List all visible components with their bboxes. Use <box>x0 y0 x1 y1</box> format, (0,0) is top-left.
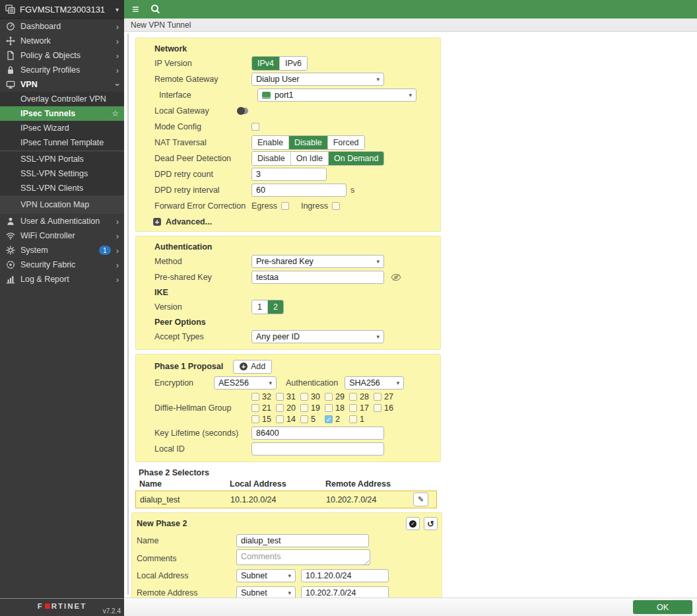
remote-address-type-select[interactable]: Subnet ▾ <box>236 586 296 598</box>
nat-traversal-segmented: EnableDisableForced <box>251 135 365 150</box>
search-icon[interactable] <box>151 5 160 14</box>
sidebar-item-label: SSL-VPN Portals <box>20 154 119 164</box>
sidebar-item-label: System <box>20 246 94 255</box>
sidebar-item-vpn-location-map[interactable]: VPN Location Map <box>0 197 124 212</box>
local-address-type-select[interactable]: Subnet ▾ <box>236 569 296 582</box>
encryption-value: AES256 <box>218 378 249 388</box>
sidebar-item-overlay-controller-vpn[interactable]: Overlay Controller VPN <box>0 92 124 106</box>
dh-group-checkbox-2[interactable]: ✓ <box>325 415 333 423</box>
ok-button[interactable]: OK <box>633 600 692 614</box>
segmented-option-2[interactable]: 2 <box>267 300 283 314</box>
dh-group-checkbox-31[interactable] <box>276 393 284 401</box>
segmented-option-on-idle[interactable]: On Idle <box>290 152 328 165</box>
accept-phase2-button[interactable]: ✓ <box>406 517 420 530</box>
ingress-checkbox[interactable] <box>332 202 340 210</box>
segmented-option-ipv6[interactable]: IPv6 <box>279 57 307 70</box>
dh-group-checkbox-16[interactable] <box>374 404 382 412</box>
dh-group-checkbox-29[interactable] <box>325 393 333 401</box>
dpd-retry-count-input[interactable] <box>251 168 327 181</box>
sidebar-item-policy-objects[interactable]: Policy & Objects› <box>0 48 124 63</box>
dh-group-checkbox-15[interactable] <box>251 415 259 423</box>
sidebar-item-system[interactable]: System1› <box>0 243 124 257</box>
sidebar-item-label: Security Profiles <box>20 65 111 75</box>
undo-phase2-button[interactable]: ↺ <box>424 517 438 530</box>
sidebar-item-ipsec-wizard[interactable]: IPsec Wizard <box>0 121 124 135</box>
egress-label: Egress <box>251 201 277 211</box>
local-gateway-toggle[interactable] <box>237 108 248 114</box>
sidebar-item-wifi-controller[interactable]: WiFi Controller› <box>0 228 124 243</box>
cell-local: 10.1.20.0/24 <box>230 495 326 504</box>
dh-group-checkbox-14[interactable] <box>276 415 284 423</box>
phase1-authentication-select[interactable]: SHA256 ▾ <box>345 376 404 390</box>
add-proposal-button[interactable]: + Add <box>233 360 272 374</box>
phase2-selector-row[interactable]: dialup_test10.1.20.0/2410.202.7.0/24✎ <box>135 491 437 508</box>
sidebar-item-network[interactable]: Network› <box>0 34 124 48</box>
sidebar-divider <box>0 151 124 151</box>
dh-group-checkbox-32[interactable] <box>251 393 259 401</box>
dh-group-checkbox-5[interactable] <box>300 415 308 423</box>
dh-group-checkbox-19[interactable] <box>300 404 308 412</box>
method-label: Method <box>154 257 251 266</box>
local-address-type-value: Subnet <box>241 571 267 580</box>
sidebar-item-security-profiles[interactable]: Security Profiles› <box>0 63 124 77</box>
dh-group-checkbox-20[interactable] <box>276 404 284 412</box>
sidebar-item-security-fabric[interactable]: Security Fabric› <box>0 257 124 272</box>
dh-group-checkbox-21[interactable] <box>251 404 259 412</box>
ike-version-segmented: 12 <box>251 300 284 314</box>
sidebar-item-dashboard[interactable]: Dashboard› <box>0 19 124 34</box>
dh-group-checkbox-18[interactable] <box>325 404 333 412</box>
local-id-input[interactable] <box>251 442 384 456</box>
sidebar-item-user-authentication[interactable]: User & Authentication› <box>0 214 124 228</box>
dh-group-checkbox-30[interactable] <box>300 393 308 401</box>
segmented-option-forced[interactable]: Forced <box>327 136 364 149</box>
encryption-select[interactable]: AES256 ▾ <box>214 376 277 390</box>
edit-pencil-button[interactable]: ✎ <box>413 493 428 506</box>
method-value: Pre-shared Key <box>256 257 314 266</box>
sidebar-item-vpn[interactable]: VPN› <box>0 77 124 92</box>
local-address-input[interactable] <box>301 569 389 582</box>
accept-types-select[interactable]: Any peer ID ▾ <box>251 330 384 343</box>
segmented-option-on-demand[interactable]: On Demand <box>328 152 383 165</box>
sidebar-item-ssl-vpn-portals[interactable]: SSL-VPN Portals <box>0 152 124 166</box>
scrollbar[interactable] <box>127 34 129 595</box>
sidebar-item-ssl-vpn-clients[interactable]: SSL-VPN Clients <box>0 181 124 195</box>
dh-group-checkbox-1[interactable] <box>349 415 357 423</box>
phase2-selectors-section: Phase 2 Selectors NameLocal AddressRemot… <box>135 466 441 508</box>
sidebar-item-ssl-vpn-settings[interactable]: SSL-VPN Settings <box>0 166 124 181</box>
dh-group-checkbox-28[interactable] <box>349 393 357 401</box>
pre-shared-key-input[interactable] <box>251 271 384 284</box>
hamburger-menu-icon[interactable]: ≡ <box>132 3 139 15</box>
interface-select[interactable]: port1 ▾ <box>257 88 416 102</box>
network-advanced-link[interactable]: + Advanced... <box>136 214 440 226</box>
phase2-table-header: NameLocal AddressRemote Address <box>135 479 441 491</box>
sidebar-item-ipsec-tunnels[interactable]: IPsec Tunnels☆ <box>0 106 124 121</box>
remote-address-input[interactable] <box>301 586 389 598</box>
favorite-star-icon[interactable]: ☆ <box>112 109 119 118</box>
phase2-name-input[interactable] <box>236 534 369 547</box>
segmented-option-disable[interactable]: Disable <box>288 136 327 149</box>
chevron-down-icon: ▾ <box>269 380 272 386</box>
interface-value: port1 <box>275 90 294 100</box>
dh-group-number: 30 <box>311 392 320 401</box>
egress-checkbox[interactable] <box>281 202 289 210</box>
eye-slash-icon[interactable] <box>391 273 401 281</box>
phase2-comments-textarea[interactable] <box>236 549 370 565</box>
mode-config-checkbox[interactable] <box>251 123 259 131</box>
segmented-option-1[interactable]: 1 <box>252 300 267 314</box>
segmented-option-ipv4[interactable]: IPv4 <box>252 57 279 70</box>
dpd-retry-interval-input[interactable] <box>251 184 347 197</box>
segmented-option-disable[interactable]: Disable <box>252 152 290 165</box>
key-lifetime-input[interactable] <box>251 427 384 440</box>
dpd-retry-interval-label: DPD retry interval <box>154 186 251 195</box>
device-selector[interactable]: FGVMSLTM23003131 ▾ <box>0 0 124 19</box>
dh-group-checkbox-17[interactable] <box>349 404 357 412</box>
sidebar-item-label: IPsec Tunnel Template <box>20 138 119 147</box>
chevron-down-icon: ▾ <box>288 590 291 596</box>
sidebar-item-log-report[interactable]: Log & Report› <box>0 272 124 287</box>
sidebar-item-ipsec-tunnel-template[interactable]: IPsec Tunnel Template <box>0 135 124 150</box>
segmented-option-enable[interactable]: Enable <box>252 136 288 149</box>
remote-gateway-select[interactable]: Dialup User ▾ <box>251 73 384 86</box>
cell-remote: 10.202.7.0/24 <box>326 495 413 504</box>
dh-group-checkbox-27[interactable] <box>374 393 382 401</box>
method-select[interactable]: Pre-shared Key ▾ <box>251 255 384 268</box>
